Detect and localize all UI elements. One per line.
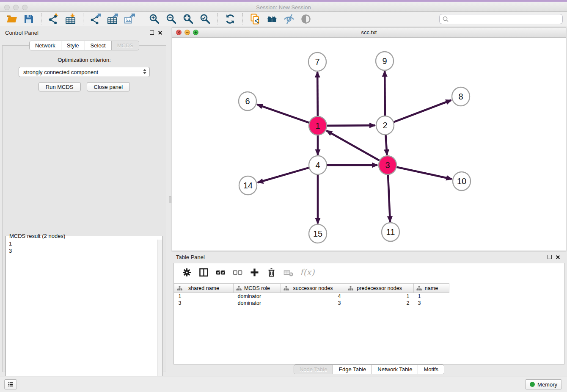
table-tab-edge-table[interactable]: Edge Table — [333, 365, 372, 374]
toolbar-separator — [242, 13, 243, 25]
table-tab-network-table[interactable]: Network Table — [372, 365, 418, 374]
task-history-button[interactable] — [4, 379, 17, 389]
edge-3-1[interactable] — [327, 131, 380, 161]
edge-1-2[interactable] — [327, 125, 375, 126]
edge-2-8[interactable] — [394, 100, 451, 122]
export-table-icon[interactable] — [104, 13, 121, 25]
tab-select[interactable]: Select — [85, 41, 112, 50]
edge-3-11[interactable] — [388, 174, 390, 222]
node-10[interactable]: 10 — [453, 172, 471, 190]
table-row[interactable]: 3dominator323 — [174, 300, 449, 306]
optimization-criterion-select[interactable]: strongly connected component — [19, 67, 150, 77]
cell[interactable]: 2 — [345, 300, 414, 306]
column-header-shared-name[interactable]: shared name — [174, 284, 234, 293]
table-tab-node-table[interactable]: Node Table — [294, 365, 333, 374]
table-panel-title: Table Panel — [176, 254, 205, 260]
open-folder-icon[interactable] — [3, 13, 20, 25]
cell[interactable]: 3 — [414, 300, 449, 306]
gear-icon[interactable] — [179, 265, 194, 279]
table-tab-motifs[interactable]: Motifs — [418, 365, 444, 374]
columns-icon[interactable] — [196, 265, 211, 279]
result-scrollbar[interactable] — [157, 240, 162, 392]
tab-mcds[interactable]: MCDS — [112, 41, 139, 50]
function-builder-icon[interactable]: f(x) — [300, 267, 314, 277]
search-icon — [442, 16, 449, 22]
column-header-MCDS-role[interactable]: MCDS role — [234, 284, 281, 293]
cell[interactable]: 1 — [414, 293, 449, 300]
zoom-fit-icon[interactable] — [180, 13, 197, 25]
node-11[interactable]: 11 — [382, 223, 399, 241]
svg-text:15: 15 — [313, 229, 322, 238]
edge-2-9[interactable] — [385, 71, 385, 116]
node-table[interactable]: shared nameMCDS rolesuccessor nodesprede… — [174, 283, 449, 356]
column-header-predecessor-nodes[interactable]: predecessor nodes — [345, 284, 414, 293]
column-header-name[interactable]: name — [414, 284, 449, 293]
run-mcds-button[interactable]: Run MCDS — [39, 82, 81, 91]
node-4[interactable]: 4 — [309, 156, 327, 174]
splitter-handle[interactable] — [169, 196, 171, 203]
cell[interactable]: 1 — [174, 293, 234, 300]
cell[interactable]: 4 — [281, 293, 345, 300]
trash-icon[interactable] — [264, 265, 279, 279]
node-2[interactable]: 2 — [376, 116, 394, 135]
selected-criterion: strongly connected component — [23, 69, 98, 75]
duplicate-network-icon[interactable] — [247, 13, 264, 25]
edge-1-6[interactable] — [257, 105, 310, 123]
network-window-titlebar[interactable]: scc.txt — [172, 28, 566, 38]
table-row[interactable]: 1dominator411 — [174, 293, 449, 300]
cell[interactable]: 3 — [174, 300, 234, 306]
close-panel-button[interactable]: Close panel — [87, 82, 130, 91]
svg-text:2: 2 — [383, 121, 387, 130]
tab-network[interactable]: Network — [30, 41, 61, 50]
refresh-icon[interactable] — [222, 13, 239, 25]
close-panel-icon[interactable] — [158, 30, 162, 35]
tab-style[interactable]: Style — [61, 41, 85, 50]
edge-4-14[interactable] — [258, 168, 309, 182]
node-14[interactable]: 14 — [239, 176, 257, 195]
node-9[interactable]: 9 — [376, 52, 394, 70]
node-1[interactable]: 1 — [309, 116, 327, 135]
close-table-panel-icon[interactable] — [556, 255, 560, 259]
cell[interactable]: dominator — [234, 293, 281, 300]
float-panel-icon[interactable] — [150, 30, 154, 35]
zoom-selected-icon[interactable] — [197, 13, 214, 25]
node-15[interactable]: 15 — [309, 224, 327, 243]
import-network-icon[interactable] — [45, 13, 62, 25]
node-3[interactable]: 3 — [379, 156, 396, 174]
edge-2-3[interactable] — [385, 134, 387, 155]
node-8[interactable]: 8 — [452, 87, 470, 106]
cell[interactable]: 1 — [345, 293, 414, 300]
zoom-out-icon[interactable] — [163, 13, 180, 25]
memory-button[interactable]: Memory — [525, 379, 562, 389]
export-image-icon[interactable] — [121, 13, 138, 25]
hide-panel-eye-icon[interactable] — [281, 13, 297, 25]
control-panel-tabs: NetworkStyleSelectMCDS — [0, 41, 168, 50]
delete-table-icon[interactable] — [281, 265, 296, 279]
cell[interactable]: dominator — [234, 300, 281, 306]
unchecked-boxes-icon[interactable] — [230, 265, 245, 279]
home-icon[interactable] — [264, 13, 281, 25]
zoom-in-icon[interactable] — [146, 13, 163, 25]
plus-icon[interactable] — [247, 265, 262, 279]
vertical-splitter[interactable] — [168, 27, 172, 375]
edge-3-10[interactable] — [396, 167, 452, 179]
search-input[interactable] — [449, 15, 562, 23]
float-table-panel-icon[interactable] — [548, 255, 552, 259]
toolbar-separator — [142, 13, 142, 25]
node-7[interactable]: 7 — [308, 52, 326, 71]
checked-boxes-icon[interactable] — [213, 265, 228, 279]
import-table-icon[interactable] — [62, 13, 79, 25]
mcds-result-list[interactable]: 1 3 — [6, 239, 162, 254]
network-canvas[interactable]: 7 9 6 8 1 2 4 3 14 10 15 11 — [172, 38, 566, 251]
column-header-successor-nodes[interactable]: successor nodes — [281, 284, 345, 293]
title-bar: Session: New Session — [0, 0, 567, 12]
table-panel: Table Panel f(x) shared nameMCDS rolesuc… — [172, 252, 566, 375]
cell[interactable]: 3 — [281, 300, 345, 306]
node-6[interactable]: 6 — [239, 92, 256, 110]
svg-text:10: 10 — [457, 177, 466, 186]
search-box[interactable] — [439, 14, 563, 24]
edge-1-7[interactable] — [317, 72, 318, 117]
export-network-icon[interactable] — [87, 13, 104, 25]
save-icon[interactable] — [20, 13, 37, 25]
show-eye-icon[interactable] — [297, 13, 314, 25]
